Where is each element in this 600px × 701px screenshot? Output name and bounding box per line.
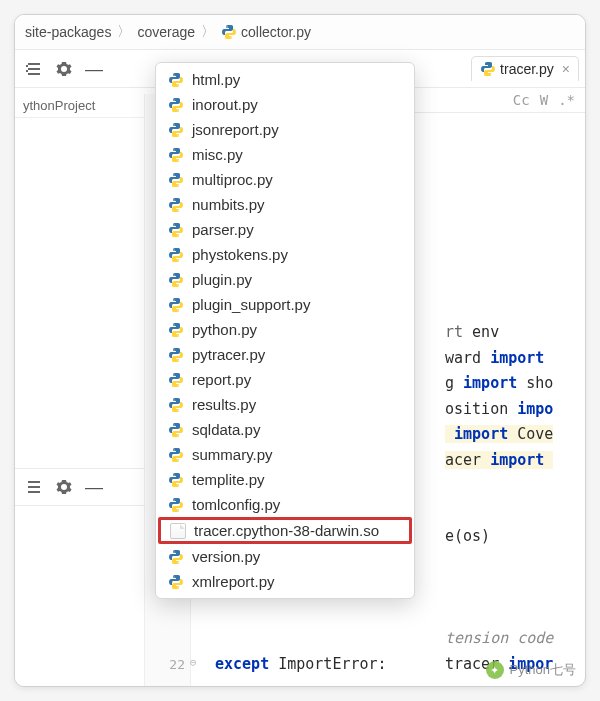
svg-point-47 <box>177 561 178 562</box>
dropdown-item[interactable]: numbits.py <box>156 192 414 217</box>
gear-icon[interactable] <box>51 475 77 499</box>
dropdown-item[interactable]: phystokens.py <box>156 242 414 267</box>
python-icon <box>168 549 184 565</box>
svg-rect-4 <box>28 73 40 75</box>
python-icon <box>168 122 184 138</box>
gear-icon[interactable] <box>51 57 77 81</box>
python-icon <box>168 297 184 313</box>
dropdown-item[interactable]: inorout.py <box>156 92 414 117</box>
svg-rect-3 <box>28 68 40 70</box>
svg-point-46 <box>173 551 174 552</box>
breadcrumb-item-coverage[interactable]: coverage <box>137 24 195 40</box>
svg-point-37 <box>177 409 178 410</box>
breadcrumb-item-site-packages[interactable]: site-packages <box>25 24 111 40</box>
svg-point-17 <box>177 159 178 160</box>
collapse-button[interactable]: — <box>81 475 107 499</box>
svg-point-22 <box>173 224 174 225</box>
close-icon[interactable]: × <box>562 61 570 77</box>
svg-rect-7 <box>28 481 40 483</box>
python-icon <box>168 322 184 338</box>
code-except-line: except ImportError: <box>215 652 387 678</box>
breadcrumb-item-collector[interactable]: collector.py <box>221 24 311 40</box>
dropdown-item[interactable]: misc.py <box>156 142 414 167</box>
dropdown-item-label: plugin.py <box>192 271 252 288</box>
fold-icon[interactable]: ⊖ <box>190 654 197 673</box>
chevron-right-icon: 〉 <box>201 23 215 41</box>
collapse-button[interactable]: — <box>81 57 107 81</box>
svg-point-32 <box>173 349 174 350</box>
dropdown-item-label: plugin_support.py <box>192 296 310 313</box>
dropdown-item-label: tomlconfig.py <box>192 496 280 513</box>
svg-point-42 <box>173 474 174 475</box>
dropdown-item[interactable]: html.py <box>156 67 414 92</box>
svg-point-21 <box>177 209 178 210</box>
svg-point-13 <box>177 109 178 110</box>
python-icon <box>168 422 184 438</box>
svg-point-12 <box>173 99 174 100</box>
editor-tab-tracer[interactable]: tracer.py × <box>471 56 579 81</box>
svg-rect-8 <box>28 486 40 488</box>
python-icon <box>480 61 496 77</box>
svg-point-20 <box>173 199 174 200</box>
file-dropdown[interactable]: html.pyinorout.pyjsonreport.pymisc.pymul… <box>155 62 415 599</box>
line-number: 22 <box>145 654 185 676</box>
dropdown-item-label: inorout.py <box>192 96 258 113</box>
dropdown-item[interactable]: parser.py <box>156 217 414 242</box>
dropdown-item[interactable]: tomlconfig.py <box>156 492 414 517</box>
dropdown-item-label: templite.py <box>192 471 265 488</box>
python-icon <box>168 497 184 513</box>
svg-point-44 <box>173 499 174 500</box>
python-icon <box>168 447 184 463</box>
python-icon <box>168 472 184 488</box>
dropdown-item-label: misc.py <box>192 146 243 163</box>
structure-icon[interactable] <box>21 57 47 81</box>
dropdown-item[interactable]: python.py <box>156 317 414 342</box>
python-icon <box>168 222 184 238</box>
dropdown-item[interactable]: templite.py <box>156 467 414 492</box>
svg-point-33 <box>177 359 178 360</box>
svg-point-16 <box>173 149 174 150</box>
dropdown-item-label: multiproc.py <box>192 171 273 188</box>
code-frag: rt env ward import g import sho osition … <box>445 323 553 673</box>
svg-point-40 <box>173 449 174 450</box>
dropdown-item-label: tracer.cpython-38-darwin.so <box>194 522 379 539</box>
svg-point-25 <box>177 259 178 260</box>
dropdown-item-label: pytracer.py <box>192 346 265 363</box>
svg-point-36 <box>173 399 174 400</box>
dropdown-item-label: version.py <box>192 548 260 565</box>
svg-point-35 <box>177 384 178 385</box>
dropdown-item[interactable]: version.py <box>156 544 414 569</box>
dropdown-item-label: jsonreport.py <box>192 121 279 138</box>
svg-point-34 <box>173 374 174 375</box>
svg-point-45 <box>177 509 178 510</box>
svg-rect-2 <box>28 63 40 65</box>
python-icon <box>221 24 237 40</box>
svg-point-41 <box>177 459 178 460</box>
chevron-right-icon: 〉 <box>117 23 131 41</box>
structure-icon[interactable] <box>21 475 47 499</box>
breadcrumb: site-packages 〉 coverage 〉 collector.py <box>15 15 585 50</box>
python-icon <box>168 172 184 188</box>
dropdown-item-label: xmlreport.py <box>192 573 275 590</box>
dropdown-item[interactable]: sqldata.py <box>156 417 414 442</box>
dropdown-item-label: numbits.py <box>192 196 265 213</box>
dropdown-item[interactable]: jsonreport.py <box>156 117 414 142</box>
dropdown-item[interactable]: report.py <box>156 367 414 392</box>
dropdown-item[interactable]: summary.py <box>156 442 414 467</box>
python-icon <box>168 247 184 263</box>
dropdown-item[interactable]: plugin_support.py <box>156 292 414 317</box>
dropdown-item[interactable]: results.py <box>156 392 414 417</box>
python-icon <box>168 197 184 213</box>
dropdown-item[interactable]: multiproc.py <box>156 167 414 192</box>
dropdown-item[interactable]: pytracer.py <box>156 342 414 367</box>
watermark: ✦ Python七号 <box>486 661 576 679</box>
dropdown-item[interactable]: plugin.py <box>156 267 414 292</box>
svg-point-19 <box>177 184 178 185</box>
svg-point-43 <box>177 484 178 485</box>
project-label[interactable]: ythonProject <box>15 94 144 118</box>
dropdown-item[interactable]: tracer.cpython-38-darwin.so <box>158 517 412 544</box>
dropdown-item[interactable]: xmlreport.py <box>156 569 414 594</box>
svg-point-0 <box>226 26 227 27</box>
svg-point-26 <box>173 274 174 275</box>
wechat-icon: ✦ <box>486 661 504 679</box>
